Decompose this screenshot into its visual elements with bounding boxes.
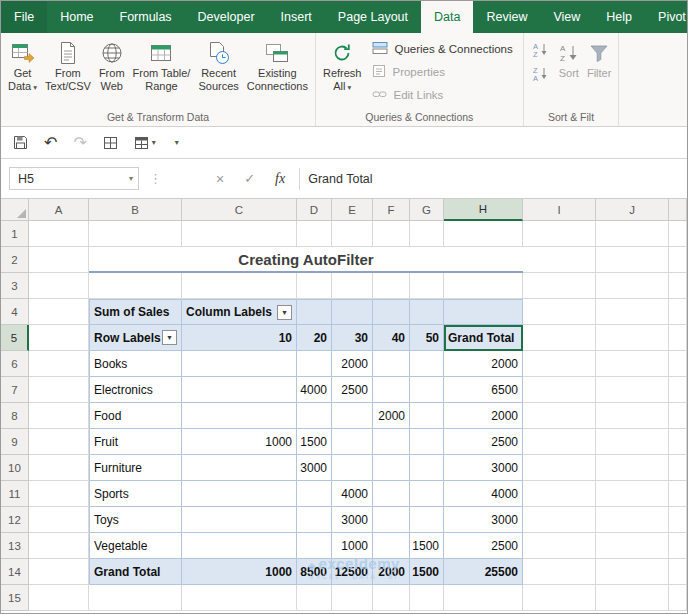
cell-H1[interactable] <box>444 221 523 247</box>
cell-B7[interactable]: Electronics <box>89 377 182 403</box>
cell-J13[interactable] <box>596 533 669 559</box>
cell-G13[interactable]: 1500 <box>410 533 444 559</box>
cell-E14[interactable]: 12500 <box>332 559 373 585</box>
cell-B10[interactable]: Furniture <box>89 455 182 481</box>
cell-J4[interactable] <box>596 299 669 325</box>
cell-B12[interactable]: Toys <box>89 507 182 533</box>
cell-G7[interactable] <box>410 377 444 403</box>
cell-J3[interactable] <box>596 273 669 299</box>
tab-review[interactable]: Review <box>473 1 540 33</box>
cell-J9[interactable] <box>596 429 669 455</box>
cell-E5[interactable]: 30 <box>332 325 373 351</box>
cell-D1[interactable] <box>297 221 332 247</box>
queries-connections-button[interactable]: Queries & Connections <box>367 38 517 59</box>
cell-I14[interactable] <box>523 559 596 585</box>
column-header-E[interactable]: E <box>332 199 373 221</box>
filter-dropdown-icon[interactable]: ▼ <box>277 305 292 320</box>
tab-help[interactable]: Help <box>593 1 645 33</box>
formula-bar-handle[interactable]: ⋮ <box>149 171 162 186</box>
cell-F12[interactable] <box>373 507 410 533</box>
select-all-button[interactable] <box>1 199 29 221</box>
sheet-title[interactable]: Creating AutoFilter <box>89 247 523 273</box>
cell-J12[interactable] <box>596 507 669 533</box>
enter-icon[interactable]: ✓ <box>244 171 255 186</box>
cell-F11[interactable] <box>373 481 410 507</box>
cell-E6[interactable]: 2000 <box>332 351 373 377</box>
tab-formulas[interactable]: Formulas <box>107 1 185 33</box>
cell-G14[interactable]: 1500 <box>410 559 444 585</box>
cell-J2[interactable] <box>596 247 669 273</box>
cell-D11[interactable] <box>297 481 332 507</box>
row-header-12[interactable]: 12 <box>1 507 29 533</box>
cell-A7[interactable] <box>29 377 89 403</box>
cell-D9[interactable]: 1500 <box>297 429 332 455</box>
cell-F7[interactable] <box>373 377 410 403</box>
row-header-1[interactable]: 1 <box>1 221 29 247</box>
sort-descending-button[interactable]: ZA <box>529 62 553 84</box>
cell-F9[interactable] <box>373 429 410 455</box>
row-header-8[interactable]: 8 <box>1 403 29 429</box>
cell-I15[interactable] <box>523 585 596 611</box>
cell-B9[interactable]: Fruit <box>89 429 182 455</box>
cell-A4[interactable] <box>29 299 89 325</box>
cell-I2[interactable] <box>523 247 596 273</box>
cell-D7[interactable]: 4000 <box>297 377 332 403</box>
edit-links-button[interactable]: Edit Links <box>367 84 517 105</box>
cell-H3[interactable] <box>444 273 523 299</box>
tab-data[interactable]: Data <box>421 1 473 33</box>
cell-A2[interactable] <box>29 247 89 273</box>
cell-C9[interactable]: 1000 <box>182 429 297 455</box>
row-header-15[interactable]: 15 <box>1 585 29 611</box>
cell-H11[interactable]: 4000 <box>444 481 523 507</box>
column-header-A[interactable]: A <box>29 199 89 221</box>
get-data-button[interactable]: Get Data▾ <box>4 35 41 110</box>
tab-insert[interactable]: Insert <box>268 1 325 33</box>
column-header-I[interactable]: I <box>523 199 596 221</box>
cell-F5[interactable]: 40 <box>373 325 410 351</box>
save-button[interactable] <box>13 135 28 150</box>
column-header-C[interactable]: C <box>182 199 297 221</box>
cell-B6[interactable]: Books <box>89 351 182 377</box>
cell-I10[interactable] <box>523 455 596 481</box>
row-header-5[interactable]: 5 <box>1 325 29 351</box>
from-web-button[interactable]: From Web <box>95 35 129 110</box>
cell-C14[interactable]: 1000 <box>182 559 297 585</box>
row-header-9[interactable]: 9 <box>1 429 29 455</box>
tab-pivot[interactable]: Pivot <box>645 1 687 33</box>
cell-A5[interactable] <box>29 325 89 351</box>
insert-function-button[interactable]: fx <box>275 171 285 187</box>
cell-F15[interactable] <box>373 585 410 611</box>
cell-D15[interactable] <box>297 585 332 611</box>
from-text-csv-button[interactable]: From Text/CSV <box>41 35 95 110</box>
cell-G12[interactable] <box>410 507 444 533</box>
cell-G1[interactable] <box>410 221 444 247</box>
row-header-2[interactable]: 2 <box>1 247 29 273</box>
cell-I3[interactable] <box>523 273 596 299</box>
cell-A3[interactable] <box>29 273 89 299</box>
cell-A9[interactable] <box>29 429 89 455</box>
cell-J8[interactable] <box>596 403 669 429</box>
properties-button[interactable]: Properties <box>367 61 517 82</box>
cell-E11[interactable]: 4000 <box>332 481 373 507</box>
cell-A8[interactable] <box>29 403 89 429</box>
cell-E1[interactable] <box>332 221 373 247</box>
cell-A12[interactable] <box>29 507 89 533</box>
column-header-J[interactable]: J <box>596 199 669 221</box>
spreadsheet-grid[interactable]: Creating AutoFilter ABCDEFGHIJ1234567891… <box>1 199 687 613</box>
cell-B8[interactable]: Food <box>89 403 182 429</box>
tab-page-layout[interactable]: Page Layout <box>325 1 421 33</box>
cell-H8[interactable]: 2000 <box>444 403 523 429</box>
cell-E13[interactable]: 1000 <box>332 533 373 559</box>
qat-customize-button[interactable]: ▾ <box>172 138 179 147</box>
cell-J6[interactable] <box>596 351 669 377</box>
existing-connections-button[interactable]: Existing Connections <box>243 35 312 110</box>
sort-button[interactable]: AZ Sort <box>555 35 583 110</box>
cell-E7[interactable]: 2500 <box>332 377 373 403</box>
cell-I4[interactable] <box>523 299 596 325</box>
cell-G5[interactable]: 50 <box>410 325 444 351</box>
cell-C8[interactable] <box>182 403 297 429</box>
cell-E10[interactable] <box>332 455 373 481</box>
cell-D10[interactable]: 3000 <box>297 455 332 481</box>
cell-I5[interactable] <box>523 325 596 351</box>
cell-J15[interactable] <box>596 585 669 611</box>
